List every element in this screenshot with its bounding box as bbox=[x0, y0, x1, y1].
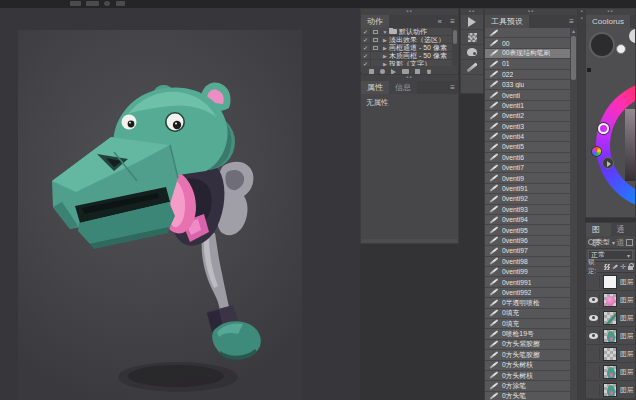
gear-icon[interactable] bbox=[104, 1, 110, 6]
layer-row[interactable]: 图层 2 bbox=[586, 345, 635, 363]
visibility-toggle[interactable] bbox=[588, 294, 600, 306]
layer-name[interactable]: 图层 3 拷贝 bbox=[620, 331, 635, 341]
scrollbar-thumb[interactable] bbox=[571, 36, 576, 80]
tool-preset-row[interactable]: 00表现结构笔刷 bbox=[485, 49, 577, 59]
layer-name[interactable]: 图层 5 bbox=[620, 295, 635, 305]
action-dialog-toggle[interactable] bbox=[371, 30, 381, 34]
current-color-swatch[interactable] bbox=[589, 32, 615, 58]
document-canvas[interactable] bbox=[18, 30, 302, 400]
action-dialog-toggle[interactable] bbox=[371, 46, 381, 50]
play-circle-icon[interactable] bbox=[602, 157, 614, 169]
visibility-toggle[interactable] bbox=[588, 276, 600, 288]
tool-preset-row[interactable]: 0venti98 bbox=[485, 257, 577, 267]
options-bar-icon[interactable] bbox=[70, 1, 81, 6]
saturation-value-box[interactable] bbox=[625, 109, 635, 181]
secondary-color-swatch[interactable] bbox=[616, 44, 626, 54]
tool-preset-row[interactable]: 0venti4 bbox=[485, 132, 577, 142]
visibility-toggle[interactable] bbox=[588, 330, 600, 342]
tool-preset-row[interactable]: 0venti6 bbox=[485, 153, 577, 163]
layer-row[interactable]: 图层 3 拷贝 2 bbox=[586, 363, 635, 381]
tool-preset-row[interactable]: 0venti5 bbox=[485, 142, 577, 152]
visibility-toggle[interactable] bbox=[588, 312, 600, 324]
dock-brush-button[interactable] bbox=[461, 60, 483, 75]
visibility-toggle[interactable] bbox=[588, 366, 600, 378]
visibility-toggle[interactable] bbox=[588, 384, 600, 396]
tool-preset-row[interactable]: 0方头笔 bbox=[485, 392, 577, 400]
tool-preset-row[interactable]: 0方头紫胶擦 bbox=[485, 340, 577, 350]
dock-divider[interactable]: ▪▪ bbox=[578, 8, 585, 400]
tool-preset-row[interactable]: 0venti bbox=[485, 90, 577, 100]
tab-tool-presets[interactable]: 工具预设 bbox=[485, 15, 529, 28]
expand-arrow-icon[interactable] bbox=[381, 37, 389, 43]
hue-selector[interactable] bbox=[598, 123, 609, 134]
action-check-icon[interactable]: ✓ bbox=[361, 44, 371, 51]
tool-preset-row[interactable]: 0venti2 bbox=[485, 111, 577, 121]
hue-ring[interactable] bbox=[596, 80, 635, 210]
layer-name[interactable]: 图层 8 bbox=[620, 277, 635, 287]
lock-all-icon[interactable] bbox=[628, 266, 633, 270]
lock-move-icon[interactable]: ✛ bbox=[620, 264, 626, 270]
layer-thumbnail[interactable] bbox=[603, 347, 617, 361]
chevron-down-icon[interactable]: ▾ bbox=[612, 239, 615, 246]
tab-channels[interactable]: 通道 bbox=[611, 223, 636, 236]
tool-preset-row[interactable]: 0venti9 bbox=[485, 173, 577, 183]
layer-row[interactable]: 图层 3 拷贝 bbox=[586, 327, 635, 345]
tool-preset-row[interactable]: 0方头树枝 bbox=[485, 371, 577, 381]
tool-preset-row[interactable]: 0venti991 bbox=[485, 277, 577, 287]
tab-actions[interactable]: 动作 bbox=[361, 15, 389, 28]
tool-preset-row[interactable]: 0venti992 bbox=[485, 288, 577, 298]
tool-preset-row[interactable]: 0方头笔胶擦 bbox=[485, 350, 577, 360]
dock-swatches-button[interactable] bbox=[461, 45, 483, 60]
dock-actions-button[interactable] bbox=[461, 15, 483, 30]
action-dialog-toggle[interactable] bbox=[371, 38, 381, 42]
action-check-icon[interactable]: ✓ bbox=[361, 36, 371, 43]
tool-preset-row[interactable]: 0半透明喷枪 bbox=[485, 298, 577, 308]
layer-name[interactable]: 图层 4 bbox=[620, 313, 635, 323]
presets-scrollbar[interactable]: ▲ bbox=[570, 28, 577, 400]
tool-preset-row[interactable]: 01 bbox=[485, 59, 577, 69]
tab-coolorus[interactable]: Coolorus bbox=[586, 15, 630, 28]
layer-name[interactable]: 图层 1 拷贝 bbox=[620, 385, 635, 395]
tool-preset-row[interactable]: 0venti3 bbox=[485, 122, 577, 132]
actions-scrollbar[interactable] bbox=[452, 28, 458, 66]
tool-preset-row[interactable]: 033 giu bbox=[485, 80, 577, 90]
lock-transparency-icon[interactable] bbox=[604, 264, 610, 270]
collapse-panel-icon[interactable]: « bbox=[438, 15, 442, 28]
tool-preset-row[interactable] bbox=[485, 28, 577, 38]
tiny-swatch[interactable] bbox=[587, 68, 591, 72]
layer-row[interactable]: 图层 4 bbox=[586, 309, 635, 327]
tool-preset-row[interactable]: 0方涂笔 bbox=[485, 381, 577, 391]
action-check-icon[interactable]: ✓ bbox=[361, 28, 371, 35]
tool-preset-row[interactable]: 00 bbox=[485, 38, 577, 48]
tool-preset-row[interactable]: 0喷枪19号 bbox=[485, 329, 577, 339]
tool-preset-row[interactable]: 0venti1 bbox=[485, 101, 577, 111]
tool-preset-row[interactable]: 0venti92 bbox=[485, 194, 577, 204]
tab-properties[interactable]: 属性 bbox=[361, 81, 389, 94]
layer-name[interactable]: 图层 2 bbox=[620, 349, 635, 359]
action-check-icon[interactable]: ✓ bbox=[361, 60, 371, 66]
layer-row[interactable]: 图层 8 bbox=[586, 273, 635, 291]
layer-thumbnail[interactable] bbox=[603, 365, 617, 379]
tool-preset-row[interactable]: 0填充 bbox=[485, 319, 577, 329]
tool-preset-row[interactable]: 0venti97 bbox=[485, 246, 577, 256]
tab-layers[interactable]: 图层 bbox=[586, 223, 611, 236]
tool-preset-row[interactable]: 022 bbox=[485, 70, 577, 80]
panel-menu-icon[interactable]: ≡ bbox=[569, 15, 574, 28]
background-color-swatch[interactable] bbox=[629, 29, 635, 43]
layer-thumbnail[interactable] bbox=[603, 329, 617, 343]
tab-info[interactable]: 信息 bbox=[389, 81, 417, 94]
tool-preset-row[interactable]: 0方头树枝 bbox=[485, 361, 577, 371]
visibility-toggle[interactable] bbox=[588, 348, 600, 360]
layer-thumbnail[interactable] bbox=[603, 311, 617, 325]
options-bar-icon[interactable] bbox=[116, 1, 125, 6]
action-row[interactable]: ✓ 投影（文字） bbox=[361, 60, 458, 66]
expand-arrow-icon[interactable] bbox=[381, 29, 389, 35]
tool-preset-row[interactable]: 0venti94 bbox=[485, 215, 577, 225]
tool-preset-row[interactable]: 0venti7 bbox=[485, 163, 577, 173]
panel-menu-icon[interactable]: ≡ bbox=[450, 81, 455, 94]
tool-preset-row[interactable]: 0venti96 bbox=[485, 236, 577, 246]
layer-row[interactable]: 图层 5 bbox=[586, 291, 635, 309]
action-label[interactable]: 投影（文字） bbox=[389, 59, 431, 67]
panel-menu-icon[interactable]: ≡ bbox=[450, 15, 455, 28]
tool-preset-row[interactable]: 0venti93 bbox=[485, 205, 577, 215]
